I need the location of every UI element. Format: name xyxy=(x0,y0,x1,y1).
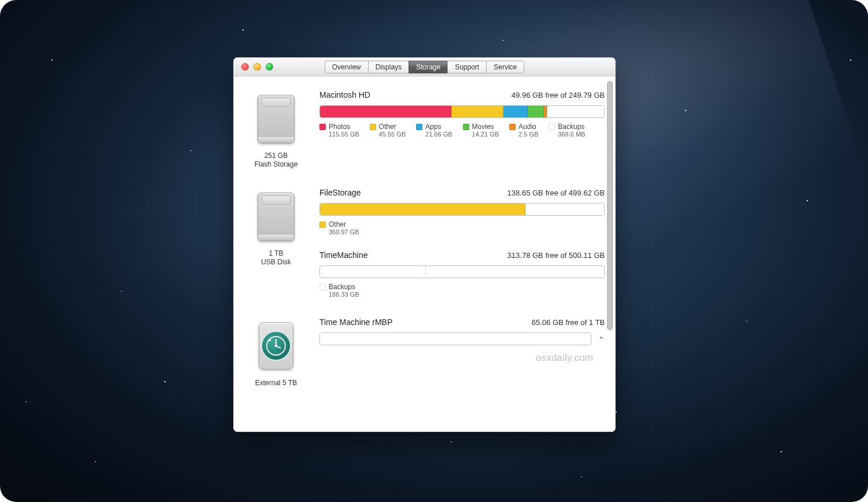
legend-swatch-icon xyxy=(463,124,469,130)
legend-label: Movies xyxy=(472,123,494,131)
usage-segment-other xyxy=(451,106,503,117)
usage-bar xyxy=(319,203,605,216)
tab-storage[interactable]: Storage xyxy=(409,61,448,73)
volume-free-text: 313.78 GB free of 500.11 GB xyxy=(507,251,605,260)
legend-size: 2.5 GB xyxy=(518,131,538,138)
legend-size: 186.33 GB xyxy=(329,291,359,298)
desktop-wallpaper: OverviewDisplaysStorageSupportService 25… xyxy=(0,0,868,502)
legend-size: 360.97 GB xyxy=(329,228,359,235)
device-volumes: FileStorage138.65 GB free of 499.62 GBOt… xyxy=(319,188,605,298)
device-group: 251 GBFlash StorageMacintosh HD49.96 GB … xyxy=(244,90,605,168)
volume-name: FileStorage xyxy=(319,188,361,197)
usage-segment-photos xyxy=(320,106,451,117)
close-button[interactable] xyxy=(241,63,249,71)
minimize-button[interactable] xyxy=(253,63,261,71)
legend-item: Other360.97 GB xyxy=(319,220,359,235)
legend-size: 115.55 GB xyxy=(329,131,359,138)
legend-size: 14.21 GB xyxy=(472,131,499,138)
legend-swatch-icon xyxy=(319,124,326,130)
legend-label: Photos xyxy=(329,123,350,131)
hard-drive-icon xyxy=(254,90,298,146)
time-machine-drive-icon xyxy=(254,318,298,373)
legend-size: 21.66 GB xyxy=(425,131,452,138)
device-type-label: USB Disk xyxy=(244,258,308,266)
legend-label: Audio xyxy=(518,123,536,131)
tab-segmented-control: OverviewDisplaysStorageSupportService xyxy=(234,58,615,76)
usage-segment-free xyxy=(320,333,591,345)
usage-segment-other xyxy=(320,204,525,215)
device-group: 1 TBUSB DiskFileStorage138.65 GB free of… xyxy=(244,188,605,298)
legend-label: Other xyxy=(329,220,346,228)
scrollbar-thumb[interactable] xyxy=(607,81,613,330)
device-capacity-label: External 5 TB xyxy=(244,379,308,387)
volume-name: Macintosh HD xyxy=(319,90,370,99)
usage-segment-free xyxy=(525,204,604,215)
volume-name: TimeMachine xyxy=(319,250,368,260)
usage-bar xyxy=(319,265,605,278)
legend-item: Backups368.6 MB xyxy=(549,123,585,138)
legend-swatch-icon xyxy=(319,222,326,228)
device-icon-column: 1 TBUSB Disk xyxy=(244,188,308,266)
device-volumes: Macintosh HD49.96 GB free of 249.79 GBPh… xyxy=(319,90,605,138)
device-capacity-label: 251 GB xyxy=(244,152,308,160)
legend-item: Backups186.33 GB xyxy=(319,283,359,298)
tab-overview[interactable]: Overview xyxy=(325,61,369,73)
device-group: External 5 TBTime Machine rMBP65.06 GB f… xyxy=(244,318,605,387)
scrollbar[interactable] xyxy=(606,81,614,427)
device-volumes: Time Machine rMBP65.06 GB free of 1 TB xyxy=(319,318,605,350)
tab-support[interactable]: Support xyxy=(447,61,487,73)
volume-free-text: 138.65 GB free of 499.62 GB xyxy=(507,189,605,197)
legend-size: 45.55 GB xyxy=(379,131,406,138)
legend-item: Other45.55 GB xyxy=(370,123,406,138)
usage-segment-free xyxy=(426,266,604,278)
legend-item: Audio2.5 GB xyxy=(509,123,538,138)
loading-spinner-icon xyxy=(596,337,605,346)
zoom-button[interactable] xyxy=(266,63,273,71)
usage-segment-backups xyxy=(320,266,426,278)
tab-service[interactable]: Service xyxy=(486,61,524,73)
about-this-mac-window: OverviewDisplaysStorageSupportService 25… xyxy=(233,57,616,432)
device-capacity-label: 1 TB xyxy=(244,249,308,257)
legend-label: Apps xyxy=(425,123,441,131)
usage-segment-movies xyxy=(528,106,544,117)
device-icon-column: External 5 TB xyxy=(244,318,308,387)
legend-label: Backups xyxy=(329,283,355,291)
usage-segment-free xyxy=(547,106,604,117)
legend-label: Backups xyxy=(558,123,584,131)
volume-free-text: 65.06 GB free of 1 TB xyxy=(532,318,605,327)
legend-swatch-icon xyxy=(370,124,376,130)
window-titlebar[interactable]: OverviewDisplaysStorageSupportService xyxy=(234,58,615,76)
svg-line-2 xyxy=(276,346,280,348)
legend-item: Movies14.21 GB xyxy=(463,123,499,138)
volume-free-text: 49.96 GB free of 249.79 GB xyxy=(512,91,605,99)
legend-swatch-icon xyxy=(509,124,516,130)
usage-bar xyxy=(319,333,591,345)
legend-item: Photos115.55 GB xyxy=(319,123,359,138)
tab-displays[interactable]: Displays xyxy=(368,61,409,73)
legend-swatch-icon xyxy=(319,284,326,290)
usage-legend: Photos115.55 GBOther45.55 GBApps21.66 GB… xyxy=(319,123,605,138)
legend-swatch-icon xyxy=(549,124,555,130)
hard-drive-icon xyxy=(254,188,298,243)
legend-swatch-icon xyxy=(416,124,422,130)
legend-item: Apps21.66 GB xyxy=(416,123,452,138)
usage-segment-apps xyxy=(503,106,528,117)
device-type-label: Flash Storage xyxy=(244,160,308,168)
storage-content: 251 GBFlash StorageMacintosh HD49.96 GB … xyxy=(234,76,615,431)
legend-label: Other xyxy=(379,123,396,131)
usage-legend: Backups186.33 GB xyxy=(319,283,605,298)
device-icon-column: 251 GBFlash Storage xyxy=(244,90,308,168)
legend-size: 368.6 MB xyxy=(558,131,585,138)
usage-bar xyxy=(319,105,605,118)
usage-legend: Other360.97 GB xyxy=(319,220,605,235)
volume-name: Time Machine rMBP xyxy=(319,318,392,327)
